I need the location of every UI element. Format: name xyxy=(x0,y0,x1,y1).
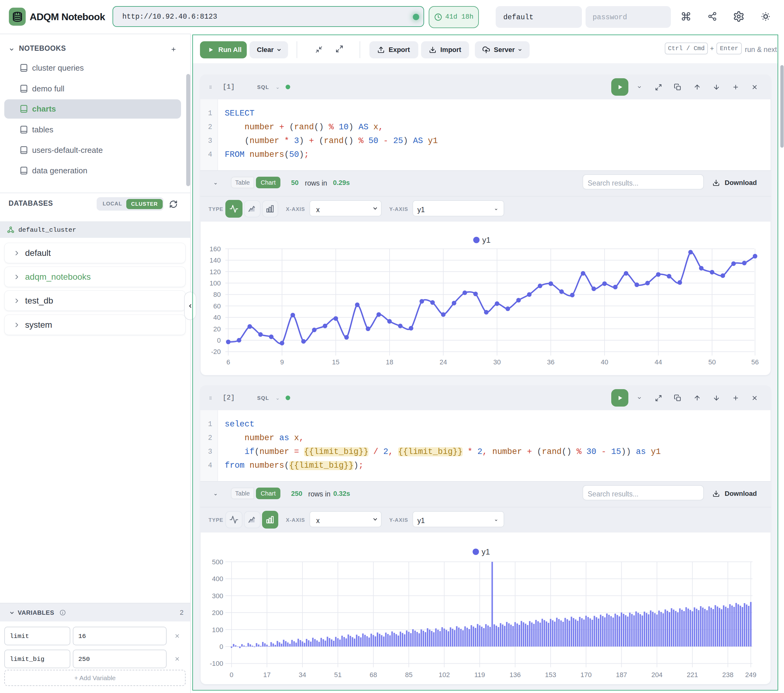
svg-text:170: 170 xyxy=(580,671,592,679)
svg-text:0: 0 xyxy=(219,643,223,650)
svg-text:221: 221 xyxy=(687,671,698,679)
svg-text:34: 34 xyxy=(299,671,306,679)
svg-text:204: 204 xyxy=(651,671,663,679)
svg-text:18: 18 xyxy=(386,358,393,366)
svg-text:0: 0 xyxy=(217,337,221,344)
svg-text:56: 56 xyxy=(751,358,759,366)
svg-text:51: 51 xyxy=(334,671,341,679)
svg-text:6: 6 xyxy=(226,358,230,366)
svg-text:120: 120 xyxy=(209,268,221,276)
svg-text:119: 119 xyxy=(474,671,485,679)
svg-text:15: 15 xyxy=(332,358,339,366)
svg-text:-20: -20 xyxy=(211,348,221,356)
svg-text:60: 60 xyxy=(213,302,221,310)
svg-text:-100: -100 xyxy=(210,660,223,667)
svg-text:400: 400 xyxy=(212,575,223,583)
svg-text:17: 17 xyxy=(263,671,271,679)
svg-text:36: 36 xyxy=(547,358,554,366)
svg-text:249: 249 xyxy=(745,671,756,679)
svg-text:y1: y1 xyxy=(482,235,491,245)
svg-text:153: 153 xyxy=(545,671,556,679)
svg-text:160: 160 xyxy=(209,245,221,253)
svg-text:40: 40 xyxy=(213,314,221,321)
svg-text:187: 187 xyxy=(616,671,627,679)
svg-text:136: 136 xyxy=(509,671,521,679)
svg-text:85: 85 xyxy=(405,671,412,679)
svg-text:44: 44 xyxy=(655,358,662,366)
svg-text:300: 300 xyxy=(212,592,223,600)
svg-text:9: 9 xyxy=(280,358,284,366)
svg-text:50: 50 xyxy=(708,358,715,366)
svg-text:0: 0 xyxy=(230,671,233,679)
svg-text:100: 100 xyxy=(212,626,223,634)
svg-text:102: 102 xyxy=(438,671,450,679)
svg-text:30: 30 xyxy=(493,358,501,366)
svg-text:80: 80 xyxy=(213,291,221,298)
svg-text:40: 40 xyxy=(601,358,608,366)
svg-text:100: 100 xyxy=(209,280,221,287)
svg-text:24: 24 xyxy=(440,358,447,366)
svg-text:20: 20 xyxy=(213,325,221,333)
svg-text:500: 500 xyxy=(212,558,223,566)
svg-text:200: 200 xyxy=(212,609,223,617)
svg-text:68: 68 xyxy=(370,671,377,679)
svg-text:238: 238 xyxy=(722,671,733,679)
svg-text:y1: y1 xyxy=(482,547,490,556)
svg-text:140: 140 xyxy=(209,257,221,264)
